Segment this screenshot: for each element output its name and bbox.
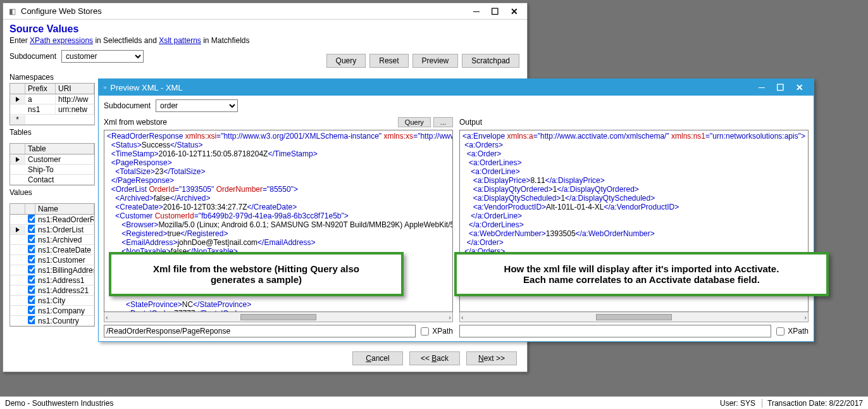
close-icon[interactable]: ✕	[511, 6, 518, 16]
page-heading: Source Values	[9, 23, 521, 35]
left-xpath-checkbox[interactable]	[421, 327, 429, 336]
namespace-new-row[interactable]: *	[10, 115, 94, 125]
cancel-button[interactable]: Cancel	[352, 351, 403, 365]
col-uri: URI	[56, 84, 94, 94]
table-row[interactable]: Ship-To	[10, 165, 94, 175]
pv-subdocument-label: Subdocument	[104, 101, 151, 110]
subdocument-select[interactable]: customer	[61, 50, 144, 63]
value-row[interactable]: ns1:Country	[10, 316, 94, 326]
value-row[interactable]: ns1:Company	[10, 306, 94, 316]
back-button[interactable]: << Back	[409, 351, 460, 365]
main-titlebar[interactable]: ◧ Configure Web Stores ─ ☐ ✕	[3, 3, 527, 20]
row-checkbox[interactable]	[28, 235, 35, 243]
col-name: Name	[35, 204, 94, 214]
table-row[interactable]: Contact	[10, 175, 94, 185]
preview-xml-window: ▫ Preview XML - XML ─ ☐ ✕ Subdocument or…	[98, 79, 814, 342]
minimize-icon[interactable]: ─	[473, 6, 480, 16]
query-button[interactable]: Query	[326, 54, 366, 68]
main-title: Configure Web Stores	[21, 6, 473, 16]
app-icon: ◧	[7, 6, 17, 16]
row-checkbox[interactable]	[28, 215, 35, 223]
value-row[interactable]: ns1:Archived	[10, 235, 94, 245]
status-date: Transaction Date: 8/22/2017	[762, 399, 863, 408]
value-row[interactable]: ns1:CreateDate	[10, 245, 94, 255]
row-checkbox[interactable]	[28, 316, 35, 324]
maximize-icon[interactable]: ☐	[491, 6, 499, 16]
table-row[interactable]: Customer	[10, 154, 94, 165]
row-checkbox[interactable]	[28, 275, 35, 284]
value-row[interactable]: ns1:ReadOrderRes	[10, 215, 94, 225]
namespaces-grid[interactable]: Prefix URI a http://ww ns1 urn:netw *	[9, 83, 95, 125]
value-row[interactable]: ns1:Address21	[10, 286, 94, 296]
xslt-patterns-link[interactable]: Xslt patterns	[159, 36, 201, 45]
namespace-row[interactable]: ns1 urn:netw	[10, 104, 94, 115]
left-xpath-label: XPath	[432, 327, 453, 336]
col-table: Table	[25, 144, 94, 154]
callout-right: How the xml file will display after it's…	[454, 252, 829, 296]
namespace-row[interactable]: a http://ww	[10, 94, 94, 104]
status-user: User: SYS	[720, 399, 755, 408]
xml-from-webstore-pane: Xml from webstore Query ... <ReadOrderRe…	[104, 116, 453, 337]
tables-grid[interactable]: Table Customer Ship-To Contact	[9, 143, 95, 186]
page-subtitle: Enter XPath expressions in Selectfields …	[9, 36, 521, 45]
reset-button[interactable]: Reset	[369, 54, 408, 68]
values-label: Values	[9, 188, 95, 197]
right-xpath-checkbox[interactable]	[776, 327, 784, 336]
row-checkbox[interactable]	[28, 255, 35, 263]
row-checkbox[interactable]	[28, 296, 35, 304]
status-demo: Demo - Southwestern Industries	[5, 399, 113, 408]
value-row[interactable]: ns1:Customer	[10, 255, 94, 265]
tables-label: Tables	[9, 128, 95, 137]
status-bar: Demo - Southwestern Industries User: SYS…	[0, 396, 868, 409]
left-query-button[interactable]: Query	[398, 117, 431, 127]
left-pane-label: Xml from webstore	[104, 118, 167, 127]
row-checkbox[interactable]	[28, 265, 35, 274]
row-checkbox[interactable]	[28, 225, 35, 233]
value-row[interactable]: ns1:BillingAddress	[10, 265, 94, 275]
minimize-icon[interactable]: ─	[759, 82, 765, 92]
maximize-icon[interactable]: ☐	[776, 82, 784, 92]
scratchpad-button[interactable]: Scratchpad	[462, 54, 519, 68]
value-row[interactable]: ns1:City	[10, 296, 94, 306]
row-checkbox[interactable]	[28, 286, 35, 294]
col-prefix: Prefix	[25, 84, 56, 94]
next-button[interactable]: Next >>	[466, 351, 517, 365]
h-scrollbar[interactable]: ‹›	[459, 312, 809, 322]
right-xpath-label: XPath	[788, 327, 809, 336]
left-ellipsis-button[interactable]: ...	[433, 117, 453, 127]
row-pointer-icon	[16, 227, 20, 232]
row-checkbox[interactable]	[28, 245, 35, 253]
preview-title: Preview XML - XML	[110, 83, 759, 92]
value-row[interactable]: ns1:Address1	[10, 275, 94, 286]
callout-left: Xml file from the webstore (Hitting Quer…	[109, 252, 404, 296]
output-pane: Output <a:Envelope xmlns:a="http://www.a…	[459, 116, 809, 337]
right-xpath-input[interactable]	[459, 325, 771, 337]
window-icon: ▫	[104, 83, 106, 92]
h-scrollbar[interactable]: ‹›	[104, 312, 453, 322]
preview-titlebar[interactable]: ▫ Preview XML - XML ─ ☐ ✕	[99, 79, 814, 96]
row-checkbox[interactable]	[28, 306, 35, 314]
row-pointer-icon	[16, 157, 20, 162]
pv-subdocument-select[interactable]: order	[156, 99, 238, 112]
values-grid[interactable]: Name ns1:ReadOrderRes ns1:OrderList ns1:…	[9, 203, 95, 327]
preview-button[interactable]: Preview	[412, 54, 459, 68]
subdocument-label: Subdocument	[9, 52, 56, 61]
left-xpath-input[interactable]	[104, 325, 416, 337]
right-pane-label: Output	[459, 118, 482, 127]
namespaces-label: Namespaces	[9, 73, 95, 82]
row-pointer-icon	[16, 97, 20, 102]
xpath-expressions-link[interactable]: XPath expressions	[30, 36, 93, 45]
close-icon[interactable]: ✕	[796, 82, 803, 92]
value-row[interactable]: ns1:OrderList	[10, 225, 94, 235]
